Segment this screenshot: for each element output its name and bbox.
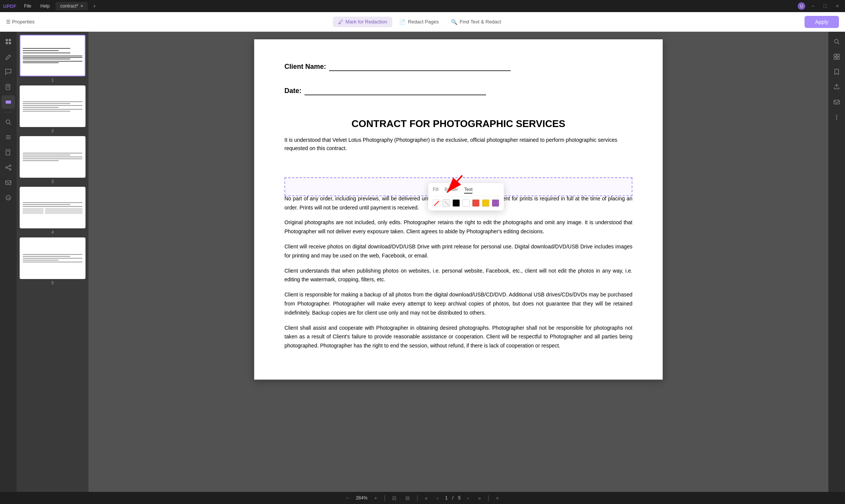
- sidebar-icon-comment[interactable]: [2, 65, 15, 79]
- paragraphs: No part of any order, including previews…: [284, 194, 632, 350]
- properties-label: Properties: [12, 19, 34, 25]
- sidebar-icon-email[interactable]: [2, 176, 15, 189]
- new-tab-button[interactable]: +: [91, 3, 98, 9]
- thumbnail-label-5: 5: [20, 281, 85, 285]
- thumbnail-label-1: 1: [20, 78, 85, 82]
- svg-rect-27: [834, 54, 836, 56]
- thumbnail-img-1: [20, 35, 85, 76]
- active-tab[interactable]: contract* ×: [56, 2, 87, 10]
- svg-line-26: [838, 43, 839, 44]
- tab-close-icon[interactable]: ×: [81, 3, 83, 9]
- document-title: CONTRACT FOR PHOTOGRAPHIC SERVICES: [284, 118, 632, 130]
- thumbnail-3[interactable]: 3: [20, 136, 85, 184]
- mark-for-redaction-button[interactable]: 🖊 Mark for Redaction: [333, 17, 393, 27]
- svg-point-34: [836, 117, 837, 118]
- fit-width-button[interactable]: ⊟: [403, 495, 412, 502]
- svg-rect-2: [6, 42, 8, 44]
- svg-line-18: [7, 166, 9, 167]
- svg-line-9: [9, 123, 11, 125]
- date-label: Date:: [284, 87, 301, 95]
- app-logo: UPDF: [3, 3, 16, 9]
- sidebar-icon-extract[interactable]: [2, 146, 15, 159]
- client-name-line[interactable]: [329, 62, 511, 71]
- page-separator: /: [452, 495, 454, 501]
- minimize-button[interactable]: −: [808, 2, 817, 10]
- maximize-button[interactable]: □: [820, 2, 829, 10]
- properties-button[interactable]: ☰ Properties: [6, 19, 34, 25]
- thumbnail-img-3: [20, 136, 85, 178]
- sidebar-icon-thumbnail[interactable]: [2, 35, 15, 48]
- bottom-bar: − 284% + | ⊡ ⊟ | « ‹ 1 / 5 › » | ×: [0, 492, 845, 504]
- thumbnail-label-4: 4: [20, 230, 85, 234]
- svg-rect-0: [6, 39, 8, 41]
- right-sidebar-mail[interactable]: [830, 95, 843, 109]
- thumbnail-panel: 1 2: [17, 32, 89, 492]
- right-sidebar-bookmark[interactable]: [830, 65, 843, 79]
- paragraph-5: Client is responsible for making a backu…: [284, 290, 632, 317]
- bottom-close-button[interactable]: ×: [494, 495, 501, 502]
- prev-page-button[interactable]: ‹: [435, 495, 441, 502]
- menu-file[interactable]: File: [21, 3, 34, 9]
- svg-rect-20: [6, 181, 11, 185]
- total-pages-display: 5: [458, 495, 461, 501]
- main-layout: AI 1: [0, 32, 845, 492]
- titlebar: UPDF File Help contract* × + U − □ ×: [0, 0, 845, 12]
- find-text-redact-label: Find Text & Redact: [460, 19, 501, 25]
- sidebar-icon-ai[interactable]: AI: [2, 191, 15, 205]
- right-sidebar-more[interactable]: [830, 110, 843, 124]
- next-page-button[interactable]: ›: [465, 495, 471, 502]
- thumbnail-5[interactable]: 5: [20, 237, 85, 285]
- apply-button[interactable]: Apply: [805, 16, 839, 28]
- zoom-out-button[interactable]: −: [344, 495, 351, 502]
- svg-rect-28: [837, 54, 839, 56]
- toolbar-right: Apply: [805, 16, 839, 28]
- redact-pages-label: Redact Pages: [408, 19, 439, 25]
- fit-page-button[interactable]: ⊡: [390, 495, 399, 502]
- svg-line-19: [7, 168, 9, 169]
- zoom-in-button[interactable]: +: [372, 495, 379, 502]
- sidebar-icon-share[interactable]: [2, 161, 15, 174]
- date-row: Date:: [284, 86, 632, 95]
- toolbar-center: 🖊 Mark for Redaction 📄 Redact Pages 🔍 Fi…: [36, 17, 803, 27]
- find-text-redact-button[interactable]: 🔍 Find Text & Redact: [446, 17, 506, 27]
- thumbnail-2[interactable]: 2: [20, 85, 85, 133]
- menu-help[interactable]: Help: [37, 3, 53, 9]
- first-page-button[interactable]: «: [422, 495, 430, 502]
- sidebar-icon-annotate[interactable]: [2, 50, 15, 64]
- svg-point-15: [9, 165, 11, 166]
- svg-point-33: [836, 115, 837, 116]
- date-line[interactable]: [304, 86, 486, 95]
- find-text-icon: 🔍: [451, 19, 457, 25]
- svg-point-17: [6, 167, 7, 168]
- sidebar-icon-search[interactable]: [2, 115, 15, 129]
- redact-pages-icon: 📄: [399, 19, 405, 25]
- properties-icon: ☰: [6, 19, 11, 25]
- bottom-divider-2: |: [416, 495, 418, 501]
- swatch-yellow[interactable]: [482, 199, 489, 207]
- swatch-red[interactable]: [472, 199, 480, 207]
- swatch-purple[interactable]: [492, 199, 499, 207]
- close-button[interactable]: ×: [833, 2, 842, 10]
- svg-rect-30: [837, 57, 839, 59]
- paragraph-4: Client understands that when publishing …: [284, 267, 632, 285]
- sidebar-icon-redact[interactable]: [2, 95, 15, 109]
- svg-point-25: [834, 39, 838, 43]
- bottom-divider-3: |: [488, 495, 489, 501]
- last-page-button[interactable]: »: [476, 495, 483, 502]
- left-sidebar: AI: [0, 32, 17, 492]
- thumbnail-1[interactable]: 1: [20, 35, 85, 82]
- right-sidebar-upload[interactable]: [830, 80, 843, 94]
- sidebar-icon-organize[interactable]: [2, 130, 15, 144]
- svg-point-35: [836, 119, 837, 120]
- sidebar-icon-pages[interactable]: [2, 80, 15, 94]
- zoom-level-display: 284%: [356, 495, 368, 501]
- right-sidebar-search[interactable]: [830, 35, 843, 48]
- redact-pages-button[interactable]: 📄 Redact Pages: [394, 17, 444, 27]
- client-name-label: Client Name:: [284, 63, 326, 71]
- tab-label: contract*: [60, 3, 78, 9]
- thumbnail-4[interactable]: 4: [20, 187, 85, 234]
- right-sidebar-grid[interactable]: [830, 50, 843, 64]
- user-avatar[interactable]: U: [798, 2, 805, 10]
- svg-rect-29: [834, 57, 836, 59]
- right-sidebar: [828, 32, 845, 492]
